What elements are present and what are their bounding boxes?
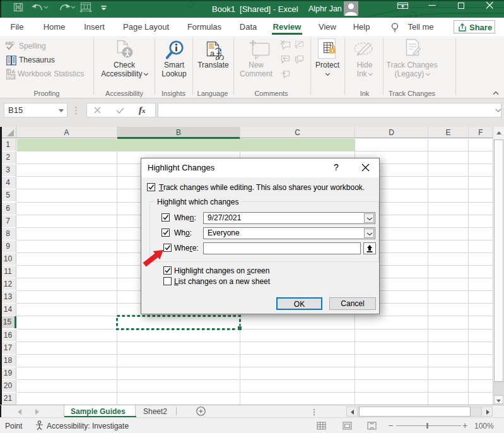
svg-text:あ: あ: [215, 50, 225, 60]
svg-text:a: a: [210, 49, 215, 58]
svg-text:123: 123: [8, 74, 15, 79]
svg-text:ABC: ABC: [5, 41, 15, 45]
